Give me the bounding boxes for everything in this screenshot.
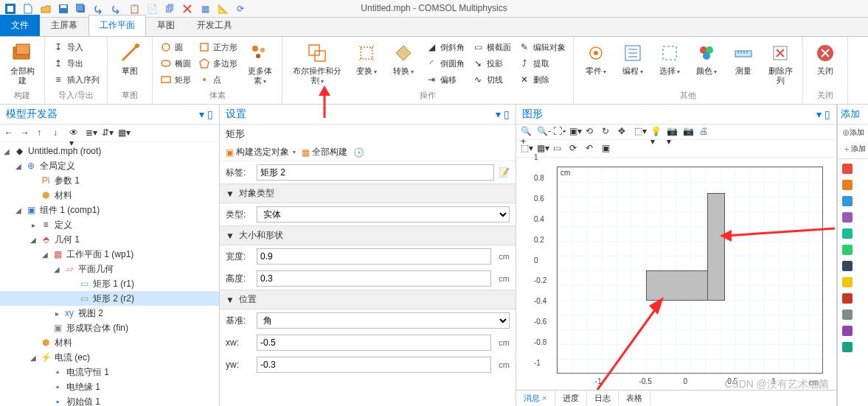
chamfer-button[interactable]: ◢倒斜角 (424, 40, 466, 55)
ri-8[interactable] (838, 274, 868, 290)
panel-close-icon[interactable]: ▯ (207, 108, 213, 120)
ri-9[interactable] (838, 290, 868, 307)
graphics-canvas[interactable]: cm cm -1-0.8-0.6-0.4-0.200.20.40.60.81-1… (516, 158, 836, 406)
rectangle-button[interactable]: 矩形 (159, 72, 192, 87)
fillet-button[interactable]: ◜倒圆角 (424, 56, 466, 71)
nav-up-icon[interactable]: ↑ (37, 127, 49, 139)
select-button[interactable]: 选择▾ (653, 40, 686, 78)
paste-icon[interactable]: 📄 (146, 3, 158, 15)
delete-icon[interactable] (181, 3, 193, 15)
settings-close-icon[interactable]: ▯ (504, 108, 510, 120)
gt-2-icon[interactable]: ▦▾ (537, 143, 549, 155)
node-cc[interactable]: 电流守恒 1 (66, 366, 109, 379)
ri-10[interactable] (838, 307, 868, 323)
save-icon[interactable] (58, 3, 69, 15)
light-icon[interactable]: 💡▾ (650, 126, 662, 138)
graphics-close-icon[interactable]: ▯ (824, 108, 830, 120)
nav-fwd-icon[interactable]: → (21, 127, 32, 139)
square-button[interactable]: 正方形 (197, 40, 239, 55)
print-icon[interactable]: 🖨 (699, 126, 711, 138)
pan-icon[interactable]: ✥ (618, 126, 630, 138)
extract-button[interactable]: ⤴提取 (517, 56, 567, 71)
tab-sketch[interactable]: 草图 (146, 15, 186, 36)
show-icon[interactable]: 👁▾ (69, 127, 81, 139)
tangent-button[interactable]: ∿切线 (471, 72, 513, 87)
node-view[interactable]: 视图 2 (78, 307, 103, 320)
file-open-icon[interactable] (40, 3, 52, 15)
undo-icon[interactable] (93, 3, 105, 15)
redo-icon[interactable] (111, 3, 122, 15)
node-comp[interactable]: 组件 1 (comp1) (40, 204, 100, 217)
camera-icon[interactable]: 📷▾ (667, 126, 678, 138)
section-position[interactable]: ▼位置 (220, 290, 515, 309)
boolean-button[interactable]: 布尔操作和分割▾ (288, 40, 346, 88)
import-button[interactable]: ↧导入 (51, 40, 101, 55)
snapshot-icon[interactable]: 📷 (683, 126, 695, 138)
build-selected-button[interactable]: ▣构建选定对象▾ (226, 146, 296, 158)
xw-input[interactable] (257, 335, 491, 351)
node-mat[interactable]: 材料 (55, 337, 72, 349)
build-all-button[interactable]: 全部构建 (6, 40, 38, 87)
rotate-icon[interactable]: ↻ (602, 126, 614, 138)
nav-down-icon[interactable]: ↓ (53, 127, 65, 139)
edit-object-button[interactable]: ✎编辑对象 (517, 40, 567, 55)
ri-5[interactable] (838, 225, 868, 242)
section-object-type[interactable]: ▼对象类型 (220, 183, 515, 203)
tab-progress[interactable]: 进度 (555, 391, 587, 406)
point-button[interactable]: 点 (197, 72, 239, 87)
circle-button[interactable]: 圆 (159, 40, 192, 55)
expand-icon[interactable]: ⇵▾ (102, 127, 114, 139)
more-primitives-button[interactable]: 更多体素▾ (243, 40, 276, 88)
gt-6-icon[interactable]: ▣ (602, 143, 614, 155)
type-select[interactable]: 实体 (257, 206, 510, 223)
node-r2[interactable]: 矩形 2 (r2) (93, 293, 134, 305)
copy-icon[interactable]: 📋 (128, 3, 140, 15)
ri-7[interactable] (838, 258, 868, 274)
zoom-box-icon[interactable]: ▣▾ (569, 126, 581, 138)
refresh-icon[interactable]: ⟳ (235, 3, 246, 15)
polygon-button[interactable]: 多边形 (197, 56, 239, 71)
select-icon[interactable]: ▦ (199, 3, 211, 15)
rdelete-button[interactable]: ✕删除 (517, 72, 567, 87)
export-button[interactable]: ↥导出 (51, 56, 101, 71)
ri-1[interactable] (838, 161, 868, 177)
ri-11[interactable] (838, 323, 868, 339)
ri-4[interactable] (838, 209, 868, 225)
tab-file[interactable]: 文件 (0, 15, 40, 36)
ri-6[interactable] (838, 242, 868, 258)
label-edit-icon[interactable]: 📝 (499, 167, 510, 178)
measure-button[interactable]: 测量 (727, 40, 760, 77)
select-mode-icon[interactable]: ⬚▾ (634, 126, 646, 138)
section-size[interactable]: ▼大小和形状 (220, 225, 515, 245)
gt-5-icon[interactable]: ↶ (586, 143, 597, 155)
tab-log[interactable]: 日志 (587, 391, 619, 406)
gt-4-icon[interactable]: ⟳ (569, 143, 581, 155)
tab-workplane[interactable]: 工作平面 (88, 15, 146, 36)
zoom-extents-icon[interactable]: ⛶▾ (553, 126, 565, 138)
node-fin[interactable]: 形成联合体 (fin) (66, 322, 128, 335)
color-button[interactable]: 颜色▾ (690, 40, 723, 78)
tab-home[interactable]: 主屏幕 (40, 15, 88, 36)
width-input[interactable] (257, 248, 491, 265)
graphics-menu-icon[interactable]: ▾ (816, 108, 822, 120)
close-button[interactable]: 关闭 (809, 40, 841, 77)
tab-table[interactable]: 表格 (619, 391, 650, 406)
save-all-icon[interactable] (75, 3, 87, 15)
node-pg[interactable]: 平面几何 (78, 263, 114, 276)
insert-seq-button[interactable]: ≡插入序列 (51, 72, 101, 87)
reset-view-icon[interactable]: ⟲ (586, 126, 597, 138)
zoom-in-icon[interactable]: 🔍+ (521, 126, 532, 138)
program-button[interactable]: 编程▾ (617, 40, 649, 78)
collapse-icon[interactable]: ≣▾ (86, 127, 97, 139)
node-params[interactable]: 参数 1 (55, 175, 80, 187)
node-r1[interactable]: 矩形 1 (r1) (93, 278, 134, 290)
convert-button[interactable]: 转换▾ (387, 40, 420, 78)
tab-devtools[interactable]: 开发工具 (186, 15, 243, 36)
add-item1[interactable]: ⊕ 添加 (838, 125, 868, 141)
node-wp[interactable]: 工作平面 1 (wp1) (66, 248, 133, 261)
delete-seq-button[interactable]: 删除序列 (764, 40, 796, 87)
node-materials[interactable]: 材料 (55, 189, 72, 202)
gt-3-icon[interactable]: ▭ (553, 143, 565, 155)
duplicate-icon[interactable]: 🗐 (164, 3, 176, 15)
parts-button[interactable]: 零件▾ (580, 40, 612, 78)
